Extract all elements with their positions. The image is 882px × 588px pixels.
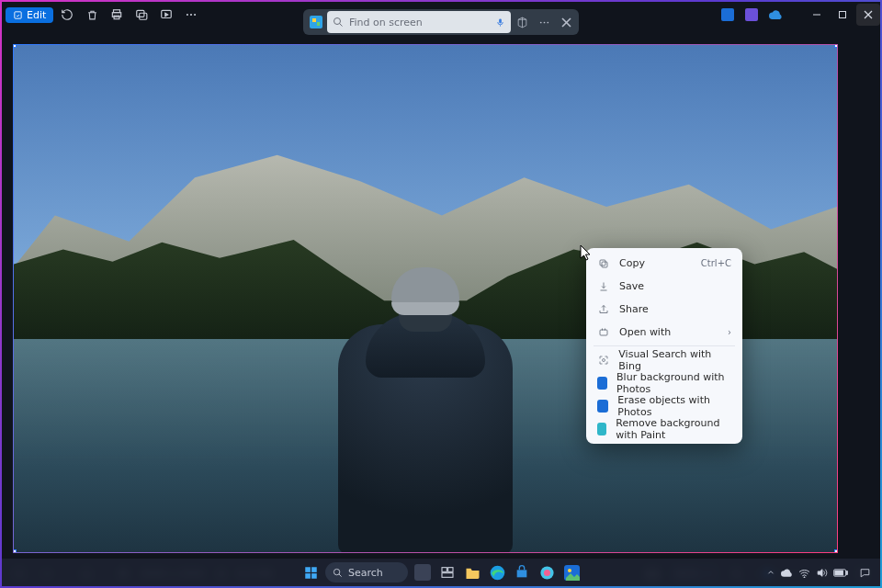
delete-button[interactable] (81, 4, 103, 26)
ctx-share[interactable]: Share (590, 298, 739, 321)
print-button[interactable] (106, 4, 128, 26)
battery-icon (833, 569, 848, 577)
ctx-remove-bg[interactable]: Remove background with Paint (590, 417, 739, 440)
ctx-separator (594, 345, 735, 346)
svg-rect-65 (835, 571, 843, 575)
ctx-copy-kb: Ctrl+C (701, 258, 731, 268)
ctx-visual-search[interactable]: Visual Search with Bing (590, 348, 739, 371)
taskbar-explorer[interactable] (462, 562, 482, 582)
ctx-remove-bg-label: Remove background with Paint (616, 417, 731, 441)
start-button[interactable] (300, 562, 321, 582)
svg-rect-45 (600, 330, 607, 335)
svg-point-9 (194, 14, 196, 16)
open-with-icon (597, 326, 610, 339)
find-on-screen-input[interactable]: Find on screen (327, 11, 511, 33)
taskbar-photos[interactable] (561, 562, 582, 582)
svg-rect-34 (317, 22, 320, 26)
svg-point-38 (539, 21, 541, 23)
svg-point-40 (547, 21, 548, 23)
taskbar-store[interactable] (512, 562, 532, 582)
taskbar-search[interactable]: Search (325, 562, 408, 582)
ai-cube-icon[interactable] (511, 11, 533, 33)
svg-line-36 (340, 24, 343, 27)
svg-rect-49 (305, 573, 311, 579)
svg-rect-54 (442, 568, 447, 572)
ctx-open-with-label: Open with (619, 326, 671, 338)
photos-app-icon (597, 400, 608, 413)
svg-point-8 (190, 14, 192, 16)
photos-app-icon (597, 377, 607, 390)
cursor-icon (580, 244, 593, 261)
svg-rect-48 (311, 567, 317, 572)
find-on-screen-bar: Find on screen (303, 9, 579, 35)
canvas-area (2, 28, 880, 560)
volume-icon (816, 568, 828, 578)
save-icon (597, 280, 610, 293)
ctx-share-label: Share (619, 303, 649, 315)
bing-visual-icon (597, 354, 609, 367)
search-icon (333, 17, 344, 28)
copy-icon (597, 257, 610, 270)
clipchamp-app-icon[interactable] (741, 4, 763, 26)
svg-rect-64 (846, 571, 847, 574)
set-as-button[interactable] (130, 4, 153, 26)
ctx-save[interactable]: Save (590, 275, 739, 298)
ctx-visual-search-label: Visual Search with Bing (618, 348, 731, 372)
ctx-copy-label: Copy (619, 257, 645, 269)
edit-label: Edit (27, 9, 46, 21)
ctx-blur-label: Blur background with Photos (616, 371, 731, 395)
share-icon (597, 303, 610, 316)
svg-rect-56 (442, 573, 453, 578)
ctx-copy[interactable]: Copy Ctrl+C (590, 252, 739, 275)
onedrive-app-icon[interactable] (764, 4, 786, 26)
svg-point-62 (804, 576, 805, 577)
more-button[interactable] (180, 4, 202, 26)
search-close-icon[interactable] (555, 11, 577, 33)
taskbar-task-view[interactable] (437, 562, 458, 582)
notifications-icon[interactable] (859, 567, 871, 579)
svg-rect-50 (311, 573, 317, 579)
ctx-erase-label: Erase objects with Photos (617, 394, 731, 418)
ctx-blur-bg[interactable]: Blur background with Photos (590, 371, 739, 394)
ctx-erase[interactable]: Erase objects with Photos (590, 394, 739, 417)
wifi-icon (798, 568, 810, 578)
svg-rect-11 (745, 8, 758, 21)
svg-point-59 (543, 569, 549, 575)
mic-icon[interactable] (495, 17, 505, 28)
edit-button[interactable]: Edit (6, 7, 53, 23)
ctx-save-label: Save (619, 280, 644, 292)
svg-rect-33 (312, 18, 316, 22)
search-icon (333, 568, 343, 578)
edit-icon (13, 10, 23, 20)
taskbar-app-1[interactable] (413, 562, 433, 582)
onedrive-tray-icon (781, 569, 793, 577)
taskbar-copilot[interactable] (537, 562, 557, 582)
designer-app-icon[interactable] (717, 4, 739, 26)
maximize-button[interactable] (831, 4, 854, 26)
svg-point-51 (334, 569, 339, 574)
svg-point-35 (334, 18, 341, 25)
svg-rect-3 (114, 16, 119, 19)
rotate-button[interactable] (56, 4, 78, 26)
svg-rect-0 (15, 11, 21, 17)
context-menu: Copy Ctrl+C Save Share Open with › Visua… (586, 248, 742, 444)
close-button[interactable] (856, 4, 880, 26)
svg-rect-13 (840, 12, 846, 18)
visual-search-icon[interactable] (305, 11, 327, 33)
minimize-button[interactable] (805, 4, 829, 26)
svg-point-46 (602, 358, 605, 361)
chevron-up-icon (766, 568, 775, 577)
svg-rect-53 (414, 564, 431, 581)
system-tray[interactable] (766, 567, 871, 579)
svg-rect-43 (602, 262, 607, 267)
taskbar-search-label: Search (348, 567, 383, 579)
slideshow-button[interactable] (155, 4, 177, 26)
taskbar: Search (2, 559, 880, 586)
svg-rect-37 (499, 18, 502, 23)
svg-rect-47 (305, 567, 311, 572)
ctx-open-with[interactable]: Open with › (590, 321, 739, 344)
svg-rect-10 (721, 8, 734, 21)
taskbar-edge[interactable] (487, 562, 507, 582)
search-more-icon[interactable] (533, 11, 555, 33)
svg-line-52 (339, 573, 342, 576)
